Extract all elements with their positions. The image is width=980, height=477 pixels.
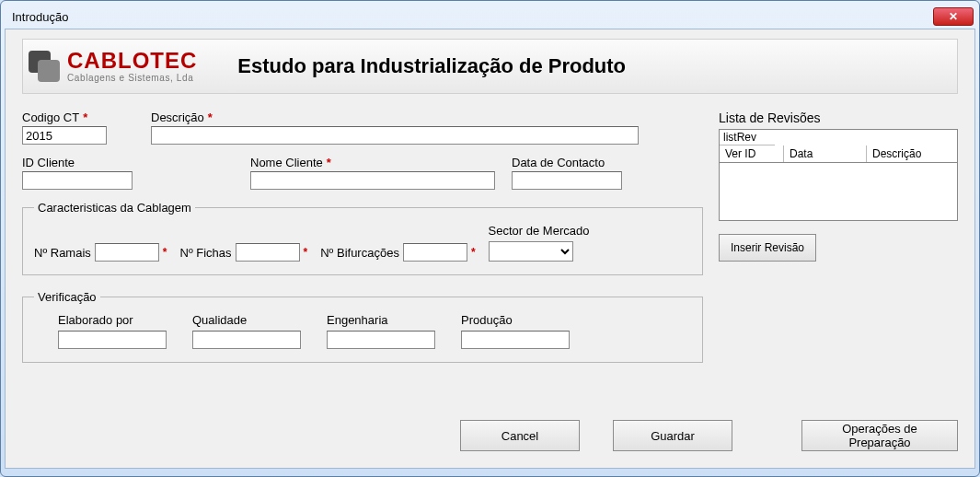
input-n-bifurcacoes[interactable] <box>403 243 467 262</box>
operacoes-button[interactable]: Operações de Preparação <box>801 420 958 451</box>
window-body: CABLOTEC Cablagens e Sistemas, Lda Estud… <box>5 29 975 469</box>
col-data: Data <box>784 145 867 162</box>
guardar-button[interactable]: Guardar <box>613 420 732 451</box>
required-marker: * <box>163 246 167 259</box>
label-qualidade: Qualidade <box>192 313 301 327</box>
input-qualidade[interactable] <box>192 331 301 349</box>
label-n-fichas: Nº Fichas <box>180 246 232 260</box>
required-marker: * <box>304 246 308 259</box>
col-descricao: Descrição <box>867 145 957 162</box>
required-marker: * <box>327 156 331 169</box>
revisions-columns: Ver ID Data Descrição <box>720 145 957 163</box>
field-descricao: Descrição * <box>151 111 639 145</box>
group-cablagem: Caracteristicas da Cablagem Nº Ramais * … <box>22 201 703 275</box>
field-elaborado: Elaborado por <box>58 313 167 349</box>
required-marker: * <box>83 111 87 124</box>
input-n-fichas[interactable] <box>236 243 300 262</box>
input-codigo-ct[interactable] <box>22 126 107 145</box>
left-column: Codigo CT * Descrição * <box>22 111 703 363</box>
field-engenharia: Engenharia <box>327 313 435 349</box>
label-engenharia: Engenharia <box>327 313 435 327</box>
input-producao[interactable] <box>461 331 570 349</box>
required-marker: * <box>471 246 476 259</box>
legend-verificacao: Verificação <box>34 290 100 304</box>
logo-name: CABLOTEC <box>67 50 197 72</box>
field-id-cliente: ID Cliente <box>22 156 133 190</box>
label-descricao-text: Descrição <box>151 111 204 124</box>
field-sector: Sector de Mercado <box>489 224 590 262</box>
verificacao-row: Elaborado por Qualidade Engenharia <box>34 313 691 349</box>
select-sector[interactable] <box>489 241 573 262</box>
row-cliente: ID Cliente Nome Cliente * Data de Contac… <box>22 156 703 190</box>
label-descricao: Descrição * <box>151 111 639 124</box>
label-codigo-ct-text: Codigo CT <box>22 111 79 124</box>
main-area: Codigo CT * Descrição * <box>22 111 958 363</box>
input-data-contacto[interactable] <box>512 171 622 190</box>
label-nome-cliente: Nome Cliente * <box>250 156 495 169</box>
input-elaborado[interactable] <box>58 331 167 349</box>
header: CABLOTEC Cablagens e Sistemas, Lda Estud… <box>22 39 958 94</box>
row-codigo-descricao: Codigo CT * Descrição * <box>22 111 703 145</box>
field-qualidade: Qualidade <box>192 313 301 349</box>
cancel-button[interactable]: Cancel <box>460 420 580 451</box>
window-frame: Introdução ✕ CABLOTEC Cablagens e Sistem… <box>0 0 980 477</box>
page-title: Estudo para Industrialização de Produto <box>219 54 951 78</box>
close-icon: ✕ <box>949 10 958 23</box>
right-column: Lista de Revisões listRev Ver ID Data De… <box>719 111 958 262</box>
label-nome-cliente-text: Nome Cliente <box>250 156 323 169</box>
revisions-list[interactable]: listRev Ver ID Data Descrição <box>719 129 958 221</box>
cablagem-row: Nº Ramais * Nº Fichas * Nº Bifurcações <box>34 224 691 262</box>
label-n-ramais: Nº Ramais <box>34 246 91 260</box>
input-nome-cliente[interactable] <box>250 171 495 190</box>
label-codigo-ct: Codigo CT * <box>22 111 107 124</box>
field-producao: Produção <box>461 313 570 349</box>
label-data-contacto: Data de Contacto <box>512 156 622 169</box>
required-marker: * <box>208 111 213 124</box>
field-nome-cliente: Nome Cliente * <box>250 156 495 190</box>
input-engenharia[interactable] <box>327 331 435 349</box>
logo: CABLOTEC Cablagens e Sistemas, Lda <box>29 50 197 83</box>
field-n-fichas: Nº Fichas * <box>180 243 308 262</box>
label-n-bifurcacoes: Nº Bifurcações <box>320 246 399 260</box>
col-ver-id: Ver ID <box>720 145 784 162</box>
insert-revision-wrap: Inserir Revisão <box>719 234 958 262</box>
logo-text: CABLOTEC Cablagens e Sistemas, Lda <box>67 50 197 83</box>
titlebar: Introdução ✕ <box>5 5 975 29</box>
close-button[interactable]: ✕ <box>933 7 974 26</box>
label-producao: Produção <box>461 313 570 327</box>
revisions-listhead: listRev <box>720 130 775 145</box>
revisions-title: Lista de Revisões <box>719 111 958 125</box>
field-codigo-ct: Codigo CT * <box>22 111 107 145</box>
legend-cablagem: Caracteristicas da Cablagem <box>34 201 195 215</box>
window-title: Introdução <box>12 10 933 24</box>
label-sector: Sector de Mercado <box>489 224 590 238</box>
insert-revision-button[interactable]: Inserir Revisão <box>719 234 816 262</box>
input-id-cliente[interactable] <box>22 171 133 190</box>
field-n-bifurcacoes: Nº Bifurcações * <box>320 243 475 262</box>
window-controls: ✕ <box>933 7 975 26</box>
field-data-contacto: Data de Contacto <box>512 156 622 190</box>
input-descricao[interactable] <box>151 126 639 145</box>
field-n-ramais: Nº Ramais * <box>34 243 167 262</box>
logo-sub: Cablagens e Sistemas, Lda <box>67 74 197 83</box>
label-id-cliente: ID Cliente <box>22 156 133 169</box>
logo-icon <box>29 51 60 82</box>
group-verificacao: Verificação Elaborado por Qualidade Enge… <box>22 290 703 363</box>
input-n-ramais[interactable] <box>95 243 159 262</box>
bottom-buttons: Cancel Guardar Operações de Preparação <box>22 420 958 451</box>
revisions-body <box>720 163 957 220</box>
label-elaborado: Elaborado por <box>58 313 167 327</box>
